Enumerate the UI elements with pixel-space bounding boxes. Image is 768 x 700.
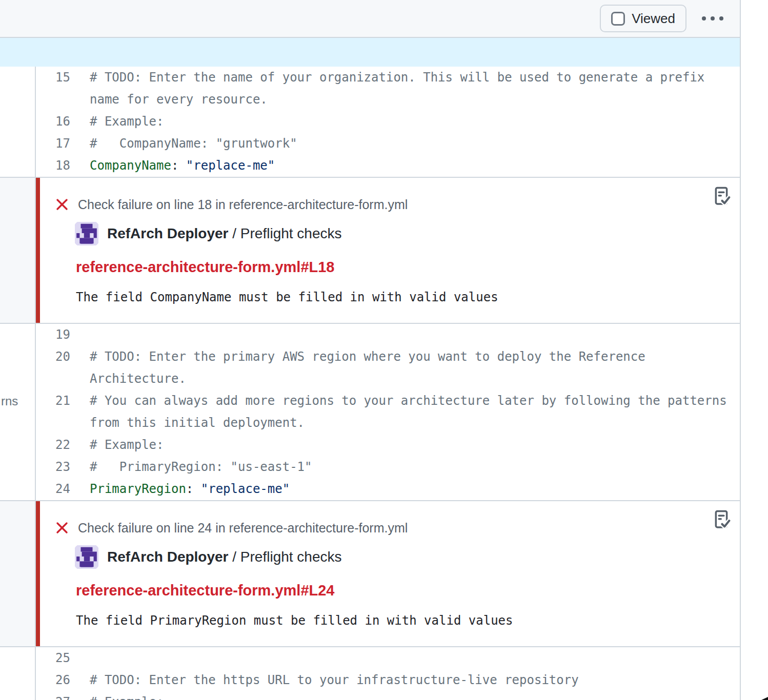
line-number[interactable]: 25 — [36, 647, 70, 669]
gutter-left-pane: rns — [0, 324, 36, 500]
code-token-comment: Architecture. — [90, 372, 186, 386]
line-number[interactable] — [36, 412, 70, 434]
code-line: 27# Example: — [36, 691, 740, 700]
line-number[interactable]: 21 — [36, 390, 70, 412]
code-token-comment: # CompanyName: "gruntwork" — [90, 136, 297, 151]
line-number[interactable] — [36, 368, 70, 390]
gutter-empty-cell — [0, 501, 36, 646]
line-number[interactable]: 27 — [36, 691, 70, 700]
code-line: 20# TODO: Enter the primary AWS region w… — [36, 346, 740, 368]
code-line: 19 — [36, 324, 740, 346]
line-number[interactable]: 20 — [36, 346, 70, 368]
line-number[interactable]: 19 — [36, 324, 70, 346]
annotation-message: The field PrimaryRegion must be filled i… — [76, 613, 719, 628]
check-annotation: Check failure on line 18 in reference-ar… — [0, 177, 740, 324]
annotation-file-link[interactable]: reference-architecture-form.yml#L18 — [76, 259, 334, 276]
code-line: from this initial deployment. — [36, 412, 740, 434]
refarch-deployer-logo — [75, 545, 98, 569]
app-name: RefArch Deployer — [107, 225, 229, 241]
code-text: PrimaryRegion: "replace-me" — [90, 478, 290, 500]
code-lines: 15# TODO: Enter the name of your organiz… — [36, 67, 740, 177]
code-text: # TODO: Enter the https URL to your infr… — [90, 669, 579, 691]
line-number[interactable]: 26 — [36, 669, 70, 691]
code-token-comment: # TODO: Enter the name of your organizat… — [90, 70, 704, 85]
line-number[interactable]: 24 — [36, 478, 70, 500]
code-token-comment: # Example: — [90, 438, 164, 452]
gutter-empty-cell — [0, 178, 36, 323]
file-header: Viewed — [0, 0, 740, 38]
line-number[interactable]: 23 — [36, 456, 70, 478]
check-annotation: Check failure on line 24 in reference-ar… — [0, 500, 740, 647]
viewed-label: Viewed — [632, 11, 675, 27]
refarch-deployer-logo — [75, 222, 98, 245]
gutter-left-pane — [0, 67, 36, 177]
code-token-plain: : — [186, 482, 201, 496]
hunk-expand-bar[interactable] — [0, 38, 740, 67]
code-token-string: "replace-me" — [186, 158, 275, 173]
code-token-comment: # PrimaryRegion: "us-east-1" — [90, 460, 312, 474]
check-failure-x-icon — [55, 198, 69, 211]
line-number[interactable]: 16 — [36, 111, 70, 133]
check-annotation-card: Check failure on line 24 in reference-ar… — [36, 501, 740, 646]
checklist-icon — [710, 507, 733, 533]
code-line: 18CompanyName: "replace-me" — [36, 155, 740, 177]
code-token-comment: # Example: — [90, 695, 164, 700]
code-text: # PrimaryRegion: "us-east-1" — [90, 456, 312, 478]
code-line: 24PrimaryRegion: "replace-me" — [36, 478, 740, 500]
code-token-comment: # Example: — [90, 114, 164, 129]
line-number[interactable]: 15 — [36, 67, 70, 89]
code-token-key: PrimaryRegion — [90, 482, 186, 496]
code-text: name for every resource. — [90, 89, 268, 111]
code-line: 26# TODO: Enter the https URL to your in… — [36, 669, 740, 691]
viewed-checkbox[interactable] — [611, 12, 625, 26]
left-pane-code-fragment: rns — [1, 390, 18, 412]
code-token-string: "replace-me" — [201, 482, 290, 496]
kebab-menu-button[interactable] — [699, 11, 726, 26]
check-run-name: RefArch Deployer / Preflight checks — [107, 549, 342, 565]
check-run-name: RefArch Deployer / Preflight checks — [107, 225, 342, 242]
code-token-key: CompanyName — [90, 158, 171, 173]
code-text: # You can always add more regions to you… — [90, 390, 727, 412]
code-token-comment: # You can always add more regions to you… — [90, 394, 727, 408]
code-block: 2526# TODO: Enter the https URL to your … — [0, 647, 740, 700]
code-token-plain: : — [171, 158, 186, 173]
code-lines: 2526# TODO: Enter the https URL to your … — [36, 647, 740, 700]
code-token-comment: from this initial deployment. — [90, 416, 305, 430]
code-text: # Example: — [90, 434, 164, 456]
code-line: Architecture. — [36, 368, 740, 390]
code-block: 15# TODO: Enter the name of your organiz… — [0, 67, 740, 177]
code-line: 23# PrimaryRegion: "us-east-1" — [36, 456, 740, 478]
line-number[interactable] — [36, 89, 70, 111]
code-token-comment: # TODO: Enter the primary AWS region whe… — [90, 349, 645, 364]
annotation-title: Check failure on line 24 in reference-ar… — [78, 521, 408, 536]
code-line: name for every resource. — [36, 89, 740, 111]
viewed-button[interactable]: Viewed — [600, 5, 686, 32]
code-text: # Example: — [90, 691, 164, 700]
code-line: 21# You can always add more regions to y… — [36, 390, 740, 412]
kebab-horizontal-icon — [702, 16, 706, 20]
code-text: Architecture. — [90, 368, 186, 390]
code-text: from this initial deployment. — [90, 412, 305, 434]
line-number[interactable]: 18 — [36, 155, 70, 177]
code-token-comment: # TODO: Enter the https URL to your infr… — [90, 673, 579, 687]
code-line: 16# Example: — [36, 111, 740, 133]
code-token-comment: name for every resource. — [90, 92, 268, 107]
code-text: # Example: — [90, 111, 164, 133]
view-check-button[interactable] — [710, 507, 733, 533]
cursor-artifact — [761, 697, 768, 700]
app-name: RefArch Deployer — [107, 549, 229, 565]
view-check-button[interactable] — [710, 184, 733, 210]
check-name: / Preflight checks — [229, 225, 342, 241]
line-number[interactable]: 17 — [36, 133, 70, 155]
annotation-message: The field CompanyName must be filled in … — [76, 290, 719, 304]
diff-body: 15# TODO: Enter the name of your organiz… — [0, 67, 740, 700]
check-annotation-card: Check failure on line 18 in reference-ar… — [36, 178, 740, 323]
annotation-file-link[interactable]: reference-architecture-form.yml#L24 — [76, 582, 334, 599]
diff-file-panel: Viewed 15# TODO: Enter the name of your … — [0, 0, 741, 700]
code-text: # TODO: Enter the name of your organizat… — [90, 67, 704, 89]
code-text: # CompanyName: "gruntwork" — [90, 133, 297, 155]
code-text: # TODO: Enter the primary AWS region whe… — [90, 346, 645, 368]
line-number[interactable]: 22 — [36, 434, 70, 456]
code-line: 17# CompanyName: "gruntwork" — [36, 133, 740, 155]
code-line: 25 — [36, 647, 740, 669]
